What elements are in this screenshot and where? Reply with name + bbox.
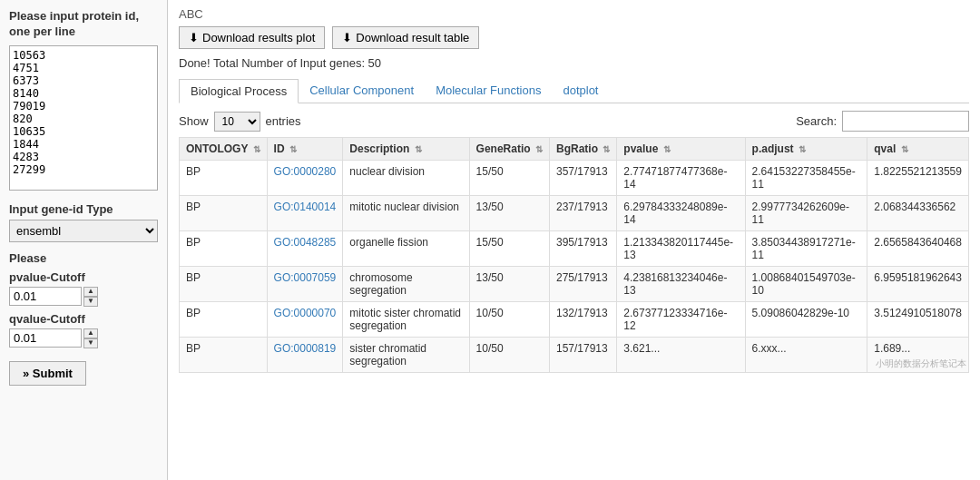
sidebar: Please input protein id, one per line 10…	[0, 0, 168, 480]
table-cell: BP	[180, 231, 268, 267]
download-table-button[interactable]: ⬇ Download result table	[332, 26, 479, 49]
table-cell: 3.621...	[617, 338, 745, 373]
table-cell: 6.9595181962643	[867, 267, 969, 302]
sort-icon-padjust: ⇅	[799, 144, 806, 154]
download-plot-icon: ⬇	[189, 31, 199, 44]
table-cell: 13/50	[469, 196, 549, 231]
table-cell: 357/17913	[549, 161, 616, 196]
col-pvalue[interactable]: pvalue ⇅	[617, 138, 745, 161]
search-input[interactable]	[842, 111, 969, 132]
gene-id-type-select[interactable]: ensembl entrez symbol	[9, 220, 158, 242]
pvalue-cutoff-label: pvalue-Cutoff	[9, 270, 158, 284]
table-cell: BP	[180, 338, 268, 373]
sort-icon-bgratio: ⇅	[603, 144, 610, 154]
sort-icon-generatio: ⇅	[535, 144, 543, 154]
show-entries-control: Show 10 25 50 100 entries	[179, 112, 301, 132]
search-area: Search:	[796, 111, 969, 132]
sort-icon-qval: ⇅	[901, 144, 908, 154]
qvalue-cutoff-section: qvalue-Cutoff ▲ ▼	[9, 312, 158, 348]
table-cell: 4.23816813234046e-13	[617, 267, 745, 302]
please-label: Please	[9, 251, 158, 265]
table-cell: 6.29784333248089e-14	[617, 196, 745, 231]
table-cell: 2.6565843640468	[867, 231, 969, 267]
table-cell[interactable]: GO:0000819	[267, 338, 343, 373]
table-cell: 395/17913	[549, 231, 616, 267]
tab-dotplot[interactable]: dotplot	[552, 79, 609, 103]
table-row: BPGO:0000280nuclear division15/50357/179…	[180, 161, 969, 196]
submit-button[interactable]: » Submit	[9, 361, 86, 386]
table-cell[interactable]: GO:0140014	[267, 196, 343, 231]
sort-icon-description: ⇅	[415, 144, 422, 154]
table-cell: 2.9977734262609e-11	[745, 196, 867, 231]
table-cell: 2.67377123334716e-12	[617, 302, 745, 338]
table-cell: 2.068344336562	[867, 196, 969, 231]
download-table-label: Download result table	[356, 31, 469, 44]
table-cell: nuclear division	[343, 161, 469, 196]
col-generatio[interactable]: GeneRatio ⇅	[469, 138, 549, 161]
col-bgratio[interactable]: BgRatio ⇅	[549, 138, 616, 161]
table-row: BPGO:0000819sister chromatid segregation…	[180, 338, 969, 373]
col-description[interactable]: Description ⇅	[343, 138, 469, 161]
table-cell: 2.77471877477368e-14	[617, 161, 745, 196]
table-cell: 13/50	[469, 267, 549, 302]
table-header-row: ONTOLOGY ⇅ ID ⇅ Description ⇅ GeneRatio …	[180, 138, 969, 161]
qvalue-down-btn[interactable]: ▼	[83, 338, 98, 348]
table-cell: 10/50	[469, 302, 549, 338]
table-cell: BP	[180, 302, 268, 338]
pvalue-up-btn[interactable]: ▲	[83, 287, 98, 297]
gene-id-type-label: Input gene-id Type	[9, 202, 158, 216]
table-cell[interactable]: GO:0000070	[267, 302, 343, 338]
table-cell: 1.213343820117445e-13	[617, 231, 745, 267]
show-label: Show	[179, 114, 209, 128]
download-table-icon: ⬇	[342, 31, 352, 44]
table-cell: 1.689...小明的数据分析笔记本	[867, 338, 969, 373]
table-row: BPGO:0048285organelle fission15/50395/17…	[180, 231, 969, 267]
search-label: Search:	[796, 114, 837, 128]
gene-id-type-section: Input gene-id Type ensembl entrez symbol	[9, 202, 158, 242]
download-plot-button[interactable]: ⬇ Download results plot	[179, 26, 325, 49]
table-cell: 3.85034438917271e-11	[745, 231, 867, 267]
table-cell[interactable]: GO:0007059	[267, 267, 343, 302]
qvalue-up-btn[interactable]: ▲	[83, 328, 98, 338]
table-cell: 5.09086042829e-10	[745, 302, 867, 338]
table-cell: mitotic nuclear division	[343, 196, 469, 231]
table-cell[interactable]: GO:0048285	[267, 231, 343, 267]
pvalue-spinner: ▲ ▼	[83, 287, 98, 307]
results-table: ONTOLOGY ⇅ ID ⇅ Description ⇅ GeneRatio …	[179, 137, 969, 373]
tab-molecular-functions[interactable]: Molecular Functions	[425, 79, 552, 103]
table-cell[interactable]: GO:0000280	[267, 161, 343, 196]
tabs-row: Biological Process Cellular Component Mo…	[179, 79, 969, 103]
table-cell: 237/17913	[549, 196, 616, 231]
col-padjust[interactable]: p.adjust ⇅	[745, 138, 867, 161]
qvalue-input[interactable]	[9, 328, 82, 348]
table-row: BPGO:0007059chromosome segregation13/502…	[180, 267, 969, 302]
col-ontology[interactable]: ONTOLOGY ⇅	[180, 138, 268, 161]
status-text: Done! Total Number of Input genes: 50	[179, 56, 969, 70]
table-cell: 15/50	[469, 161, 549, 196]
col-qval[interactable]: qval ⇅	[867, 138, 969, 161]
table-wrapper: ONTOLOGY ⇅ ID ⇅ Description ⇅ GeneRatio …	[179, 137, 969, 473]
table-cell: mitotic sister chromatid segregation	[343, 302, 469, 338]
table-cell: 157/17913	[549, 338, 616, 373]
table-cell: 2.64153227358455e-11	[745, 161, 867, 196]
table-row: BPGO:0000070mitotic sister chromatid seg…	[180, 302, 969, 338]
download-plot-label: Download results plot	[202, 31, 315, 44]
pvalue-input[interactable]	[9, 287, 82, 306]
tab-biological-process[interactable]: Biological Process	[179, 79, 299, 103]
table-cell: BP	[180, 267, 268, 302]
watermark: 小明的数据分析笔记本	[876, 358, 966, 370]
pvalue-down-btn[interactable]: ▼	[83, 297, 98, 307]
col-id[interactable]: ID ⇅	[267, 138, 343, 161]
entries-select[interactable]: 10 25 50 100	[214, 112, 260, 132]
entries-label: entries	[266, 114, 301, 128]
table-cell: chromosome segregation	[343, 267, 469, 302]
table-controls: Show 10 25 50 100 entries Search:	[179, 111, 969, 132]
table-row: BPGO:0140014mitotic nuclear division13/5…	[180, 196, 969, 231]
protein-id-input[interactable]: 10563 4751 6373 8140 79019 820 10635 184…	[9, 45, 158, 191]
table-cell: 1.8225521213559	[867, 161, 969, 196]
pvalue-cutoff-section: pvalue-Cutoff ▲ ▼	[9, 270, 158, 307]
sort-icon-id: ⇅	[289, 144, 297, 154]
qvalue-cutoff-label: qvalue-Cutoff	[9, 312, 158, 326]
table-cell: 15/50	[469, 231, 549, 267]
tab-cellular-component[interactable]: Cellular Component	[299, 79, 425, 103]
